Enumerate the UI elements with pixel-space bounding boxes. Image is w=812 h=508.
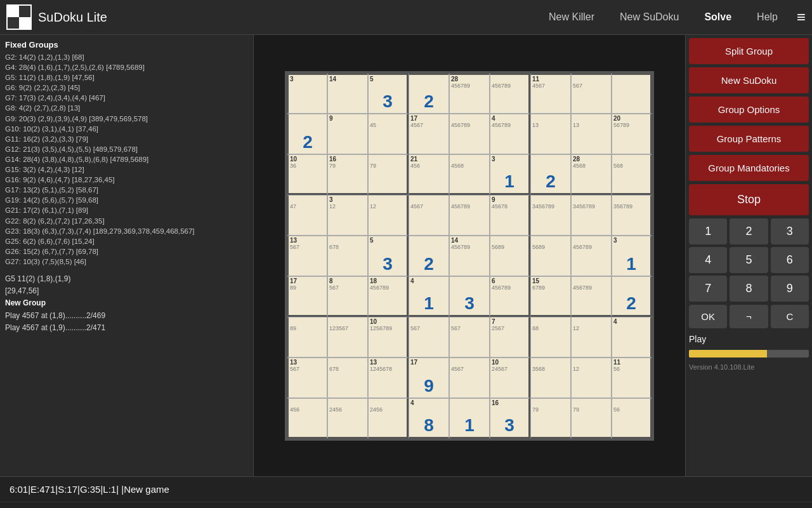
sudoku-cell[interactable]: 179 bbox=[409, 358, 449, 398]
sudoku-cell[interactable]: 21456 bbox=[409, 154, 449, 195]
sudoku-cell[interactable]: 2456 bbox=[327, 398, 368, 439]
sudoku-cell[interactable]: 114567 bbox=[530, 73, 571, 114]
split-group-button[interactable]: Split Group bbox=[689, 38, 809, 64]
new-sudoku-top-button[interactable]: New SuDoku bbox=[620, 11, 679, 23]
sudoku-cell[interactable]: 2 bbox=[409, 236, 449, 276]
sudoku-cell[interactable]: 174567 bbox=[409, 114, 449, 154]
sudoku-cell[interactable]: 678 bbox=[327, 236, 368, 276]
sudoku-cell[interactable]: 2 bbox=[612, 276, 652, 317]
num-3-button[interactable]: 3 bbox=[771, 218, 809, 244]
sudoku-grid[interactable]: 3145322845678945678911456756729451745674… bbox=[285, 71, 654, 441]
sudoku-cell[interactable]: 41 bbox=[409, 276, 449, 317]
help-button[interactable]: Help bbox=[757, 11, 778, 23]
sudoku-cell[interactable]: 53 bbox=[368, 236, 409, 276]
group-patterns-button[interactable]: Group Patterns bbox=[689, 126, 809, 152]
sudoku-cell[interactable]: 72567 bbox=[490, 317, 530, 358]
sudoku-cell[interactable]: 678 bbox=[327, 358, 368, 398]
sudoku-cell[interactable]: 18456789 bbox=[368, 276, 409, 317]
sudoku-cell[interactable]: 45 bbox=[368, 114, 409, 154]
num-4-button[interactable]: 4 bbox=[689, 247, 727, 273]
sudoku-cell[interactable]: 12 bbox=[571, 317, 612, 358]
num-6-button[interactable]: 6 bbox=[771, 247, 809, 273]
sudoku-cell[interactable]: 28456789 bbox=[449, 73, 490, 114]
sudoku-cell[interactable]: 5689 bbox=[530, 236, 571, 276]
menu-icon[interactable]: ≡ bbox=[797, 8, 806, 26]
sudoku-cell[interactable]: 156789 bbox=[530, 276, 571, 317]
num-5-button[interactable]: 5 bbox=[730, 247, 768, 273]
sudoku-cell[interactable]: 4567 bbox=[449, 358, 490, 398]
sudoku-cell[interactable]: 356789 bbox=[612, 195, 652, 236]
sudoku-cell[interactable]: 9 bbox=[327, 114, 368, 154]
sudoku-cell[interactable]: 456789 bbox=[449, 114, 490, 154]
sudoku-cell[interactable]: 4568 bbox=[449, 154, 490, 195]
sudoku-cell[interactable]: 31 bbox=[490, 154, 530, 195]
sudoku-cell[interactable]: 79 bbox=[571, 398, 612, 439]
sudoku-cell[interactable]: 567 bbox=[571, 73, 612, 114]
sudoku-cell[interactable] bbox=[612, 73, 652, 114]
sudoku-cell[interactable]: 1 bbox=[449, 398, 490, 439]
sudoku-cell[interactable]: 1156 bbox=[612, 358, 652, 398]
sudoku-cell[interactable]: 456 bbox=[287, 398, 327, 439]
sudoku-cell[interactable]: 13567 bbox=[287, 236, 327, 276]
sudoku-cell[interactable]: 456789 bbox=[571, 236, 612, 276]
sudoku-cell[interactable]: 456789 bbox=[490, 73, 530, 114]
ok-button[interactable]: OK bbox=[689, 305, 727, 328]
sudoku-cell[interactable]: 2 bbox=[287, 114, 327, 154]
sudoku-cell[interactable]: 567 bbox=[409, 317, 449, 358]
sudoku-cell[interactable]: 1036 bbox=[287, 154, 327, 195]
sudoku-cell[interactable]: 31 bbox=[612, 236, 652, 276]
clear-button[interactable]: C bbox=[771, 305, 809, 328]
sudoku-cell[interactable]: 53 bbox=[368, 73, 409, 114]
new-sudoku-right-button[interactable]: New SuDoku bbox=[689, 67, 809, 93]
sudoku-cell[interactable]: 3456789 bbox=[571, 195, 612, 236]
num-1-button[interactable]: 1 bbox=[689, 218, 727, 244]
sudoku-cell[interactable]: 12 bbox=[368, 195, 409, 236]
sudoku-cell[interactable]: 456789 bbox=[571, 276, 612, 317]
sudoku-cell[interactable]: 456789 bbox=[449, 195, 490, 236]
sudoku-cell[interactable]: 1679 bbox=[327, 154, 368, 195]
sudoku-cell[interactable]: 68 bbox=[530, 317, 571, 358]
sudoku-cell[interactable]: 4567 bbox=[409, 195, 449, 236]
new-killer-button[interactable]: New Killer bbox=[549, 11, 594, 23]
sudoku-cell[interactable]: 79 bbox=[530, 398, 571, 439]
sudoku-cell[interactable]: 56 bbox=[612, 398, 652, 439]
sudoku-cell[interactable]: 284568 bbox=[571, 154, 612, 195]
sudoku-cell[interactable]: 4456789 bbox=[490, 114, 530, 154]
sudoku-cell[interactable]: 312 bbox=[327, 195, 368, 236]
sudoku-cell[interactable]: 48 bbox=[409, 398, 449, 439]
sudoku-cell[interactable]: 1789 bbox=[287, 276, 327, 317]
sudoku-cell[interactable]: 945678 bbox=[490, 195, 530, 236]
group-options-button[interactable]: Group Options bbox=[689, 97, 809, 123]
sudoku-cell[interactable]: 12 bbox=[571, 358, 612, 398]
sudoku-cell[interactable]: 163 bbox=[490, 398, 530, 439]
sudoku-cell[interactable]: 123567 bbox=[327, 317, 368, 358]
sudoku-cell[interactable]: 5689 bbox=[490, 236, 530, 276]
sudoku-cell[interactable]: 8567 bbox=[327, 276, 368, 317]
sudoku-cell[interactable]: 567 bbox=[449, 317, 490, 358]
sudoku-cell[interactable]: 79 bbox=[368, 154, 409, 195]
sudoku-cell[interactable]: 89 bbox=[287, 317, 327, 358]
sudoku-cell[interactable]: 3456789 bbox=[530, 195, 571, 236]
sudoku-cell[interactable]: 568 bbox=[612, 154, 652, 195]
sudoku-cell[interactable]: 2 bbox=[409, 73, 449, 114]
sudoku-cell[interactable]: 47 bbox=[287, 195, 327, 236]
sudoku-cell[interactable]: 2056789 bbox=[612, 114, 652, 154]
sudoku-cell[interactable]: 101256789 bbox=[368, 317, 409, 358]
num-8-button[interactable]: 8 bbox=[730, 276, 768, 302]
num-7-button[interactable]: 7 bbox=[689, 276, 727, 302]
group-mandatories-button[interactable]: Group Mandatories bbox=[689, 155, 809, 181]
num-2-button[interactable]: 2 bbox=[730, 218, 768, 244]
sudoku-cell[interactable]: 1024567 bbox=[490, 358, 530, 398]
sudoku-cell[interactable]: 13 bbox=[571, 114, 612, 154]
sudoku-cell[interactable]: 2 bbox=[530, 154, 571, 195]
sudoku-cell[interactable]: 3 bbox=[287, 73, 327, 114]
backspace-button[interactable]: ¬ bbox=[730, 305, 768, 328]
sudoku-cell[interactable]: 13567 bbox=[287, 358, 327, 398]
sudoku-cell[interactable]: 4 bbox=[612, 317, 652, 358]
sudoku-cell[interactable]: 14456789 bbox=[449, 236, 490, 276]
sudoku-cell[interactable]: 3 bbox=[449, 276, 490, 317]
sudoku-cell[interactable]: 13 bbox=[530, 114, 571, 154]
solve-button[interactable]: Solve bbox=[704, 11, 731, 23]
sudoku-cell[interactable]: 131245678 bbox=[368, 358, 409, 398]
sudoku-cell[interactable]: 6456789 bbox=[490, 276, 530, 317]
